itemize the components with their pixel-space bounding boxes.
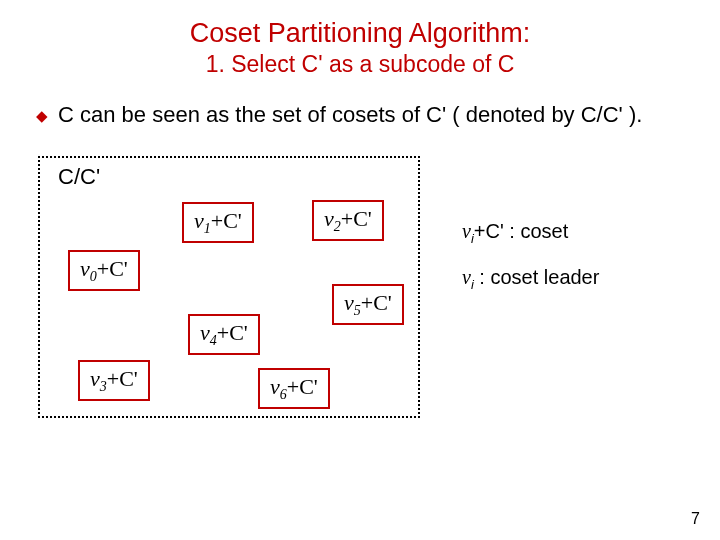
legend-leader-text: : coset leader bbox=[474, 266, 600, 288]
legend-coset: vi+C' : coset bbox=[462, 220, 568, 246]
cc-label: C/C' bbox=[58, 164, 100, 190]
var-v: v bbox=[462, 220, 471, 242]
var-v: v bbox=[462, 266, 471, 288]
coset-suffix: +C' bbox=[287, 374, 318, 399]
coset-suffix: +C' bbox=[341, 206, 372, 231]
sub-1: 1 bbox=[204, 221, 211, 236]
var-v: v bbox=[324, 206, 334, 231]
var-v: v bbox=[344, 290, 354, 315]
slide-title: Coset Partitioning Algorithm: bbox=[30, 18, 690, 49]
var-v: v bbox=[194, 208, 204, 233]
coset-container-box: C/C' v0+C' v1+C' v2+C' v3+C' v4+C' v5+C'… bbox=[38, 156, 420, 418]
coset-v3: v3+C' bbox=[78, 360, 150, 401]
sub-6: 6 bbox=[280, 387, 287, 402]
coset-suffix: +C' bbox=[361, 290, 392, 315]
var-v: v bbox=[200, 320, 210, 345]
coset-v6: v6+C' bbox=[258, 368, 330, 409]
diagram-area: C/C' v0+C' v1+C' v2+C' v3+C' v4+C' v5+C'… bbox=[30, 148, 690, 438]
coset-suffix: +C' bbox=[217, 320, 248, 345]
coset-v5: v5+C' bbox=[332, 284, 404, 325]
bullet-diamond-icon: ◆ bbox=[36, 107, 48, 125]
coset-v4: v4+C' bbox=[188, 314, 260, 355]
slide-subtitle: 1. Select C' as a subcode of C bbox=[30, 51, 690, 78]
sub-3: 3 bbox=[100, 379, 107, 394]
sub-5: 5 bbox=[354, 303, 361, 318]
var-v: v bbox=[80, 256, 90, 281]
coset-v1: v1+C' bbox=[182, 202, 254, 243]
var-v: v bbox=[90, 366, 100, 391]
sub-0: 0 bbox=[90, 269, 97, 284]
coset-v0: v0+C' bbox=[68, 250, 140, 291]
page-number: 7 bbox=[691, 510, 700, 528]
coset-suffix: +C' bbox=[107, 366, 138, 391]
bullet-item: ◆ C can be seen as the set of cosets of … bbox=[36, 100, 684, 130]
sub-2: 2 bbox=[334, 219, 341, 234]
bullet-text: C can be seen as the set of cosets of C'… bbox=[58, 100, 642, 130]
legend-leader: vi : coset leader bbox=[462, 266, 599, 292]
var-v: v bbox=[270, 374, 280, 399]
coset-suffix: +C' bbox=[97, 256, 128, 281]
coset-v2: v2+C' bbox=[312, 200, 384, 241]
coset-suffix: +C' bbox=[211, 208, 242, 233]
sub-4: 4 bbox=[210, 333, 217, 348]
legend-coset-text: +C' : coset bbox=[474, 220, 568, 242]
